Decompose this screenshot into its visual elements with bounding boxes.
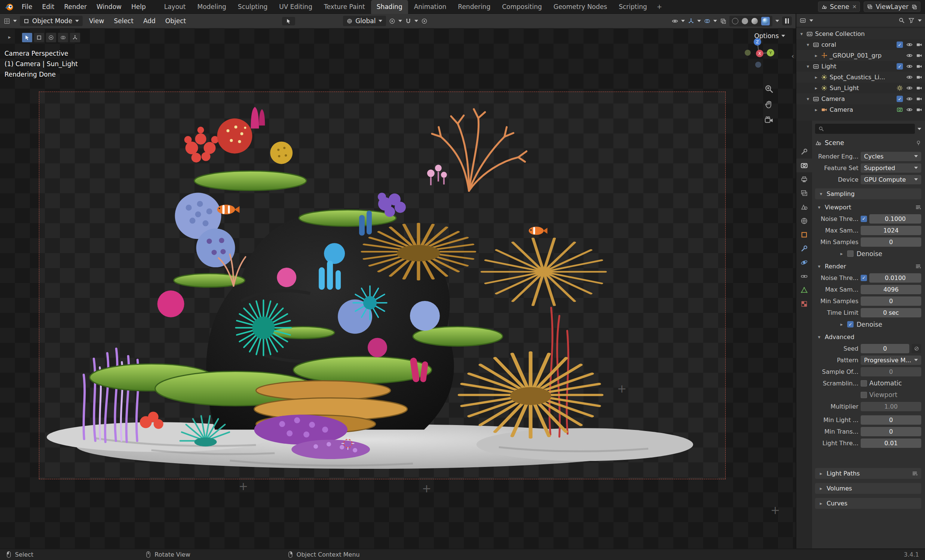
camera-render-camera-icon[interactable] [916, 96, 922, 102]
light-render-camera-icon[interactable] [916, 63, 922, 69]
scrambling-viewport-checkbox[interactable] [861, 392, 867, 398]
r-noise-threshold-checkbox[interactable] [861, 275, 867, 281]
coral-hide-eye-icon[interactable] [906, 42, 913, 48]
tweak-tool-button[interactable] [22, 33, 33, 43]
tab-world-properties[interactable] [796, 214, 812, 228]
cursor-tool-button[interactable] [69, 33, 80, 43]
gizmo-y-axis[interactable]: Y [767, 49, 774, 56]
editor-type-icon[interactable] [4, 18, 10, 24]
tool-settings-expand-icon[interactable]: ▸ [8, 34, 11, 40]
editor-type-caret[interactable] [13, 20, 17, 22]
tab-viewlayer-properties[interactable] [796, 186, 812, 200]
select-circle-tool-button[interactable] [46, 33, 56, 43]
menu-help[interactable]: Help [127, 1, 151, 12]
sun-hide-eye-icon[interactable] [906, 85, 913, 91]
coral-checkbox[interactable] [896, 42, 903, 48]
outliner-filter-icon[interactable] [908, 17, 914, 24]
vp-noise-threshold-field[interactable]: 0.1000 [869, 214, 921, 224]
vp-min-samples-field[interactable]: 0 [861, 237, 921, 247]
pause-render-button[interactable] [782, 17, 792, 26]
xray-icon[interactable] [720, 18, 726, 24]
outliner-row-spot-light[interactable]: ▸ Spot_Caustics_Li... [796, 72, 925, 83]
scene-selector[interactable]: Scene ✕ [818, 2, 860, 12]
feature-set-dropdown[interactable]: Supported [861, 164, 921, 173]
viewport-3d[interactable]: Object Mode View Select Add Object Globa… [0, 14, 795, 548]
tab-compositing[interactable]: Compositing [496, 0, 548, 14]
vp-denoise-checkbox[interactable] [847, 251, 854, 257]
pivot-dropdown[interactable] [389, 18, 402, 24]
add-workspace-button[interactable]: + [653, 0, 666, 14]
outliner-row-camera-collection[interactable]: ▾ Camera [796, 93, 925, 104]
tab-modeling[interactable]: Modeling [192, 0, 232, 14]
sample-offset-field[interactable]: 0 [861, 367, 921, 377]
render-engine-dropdown[interactable]: Cycles [861, 152, 921, 161]
properties-search-input[interactable] [815, 124, 915, 134]
tab-scene-properties[interactable] [796, 200, 812, 214]
tab-constraint-properties[interactable] [796, 269, 812, 283]
tab-sculpting[interactable]: Sculpting [232, 0, 273, 14]
camera-obj-render-camera-icon[interactable] [916, 107, 922, 113]
time-limit-field[interactable]: 0 sec [861, 308, 921, 317]
menu-window[interactable]: Window [92, 1, 126, 12]
camera-data-icon[interactable] [896, 107, 903, 113]
r-denoise-expand-icon[interactable]: ▸ [839, 321, 844, 327]
outliner-row-light-collection[interactable]: ▾ Light [796, 61, 925, 72]
viewlayer-selector[interactable]: ViewLayer [864, 2, 920, 12]
zoom-icon[interactable] [764, 84, 774, 94]
seed-animate-button[interactable] [911, 344, 921, 353]
tab-animation[interactable]: Animation [408, 0, 452, 14]
menu-file[interactable]: File [17, 1, 37, 12]
tab-render-properties[interactable] [796, 159, 812, 172]
navigation-gizmo[interactable]: Z Y X [742, 37, 776, 71]
proportional-editing[interactable] [421, 18, 428, 24]
device-dropdown[interactable]: GPU Compute [861, 175, 921, 184]
seed-field[interactable]: 0 [861, 344, 909, 353]
gizmos-icon[interactable] [688, 18, 694, 24]
snap-controls[interactable] [405, 18, 418, 24]
pattern-dropdown[interactable]: Progressive M... [861, 356, 921, 365]
tab-object-properties[interactable] [796, 228, 812, 242]
sun-data-icon[interactable] [896, 85, 903, 91]
light-threshold-field[interactable]: 0.01 [861, 438, 921, 448]
r-noise-threshold-field[interactable]: 0.0100 [869, 273, 921, 282]
spot-render-camera-icon[interactable] [916, 74, 922, 80]
viewport-subsection-header[interactable]: ▾Viewport [815, 202, 921, 212]
active-tool-button[interactable] [282, 17, 295, 26]
new-viewlayer-icon[interactable] [911, 4, 917, 10]
pan-hand-icon[interactable] [764, 100, 774, 110]
rendered-shading-button[interactable] [761, 17, 770, 26]
advanced-subsection-header[interactable]: ▾Advanced [815, 332, 921, 342]
group-render-camera-icon[interactable] [916, 53, 922, 59]
camera-hide-eye-icon[interactable] [906, 96, 913, 102]
gizmo-x-axis[interactable]: X [756, 50, 764, 57]
outliner-editor-icon[interactable] [800, 17, 806, 24]
tab-rendering[interactable]: Rendering [452, 0, 496, 14]
transform-orientation-dropdown[interactable]: Global [343, 16, 386, 26]
menu-view[interactable]: View [86, 16, 107, 26]
tab-layout[interactable]: Layout [158, 0, 191, 14]
tab-physics-properties[interactable] [796, 255, 812, 269]
render-subsection-header[interactable]: ▾Render [815, 261, 921, 271]
outliner-row-camera-object[interactable]: ▸ Camera [796, 104, 925, 115]
group-hide-eye-icon[interactable] [906, 53, 913, 59]
light-paths-preset-icon[interactable] [911, 470, 918, 477]
tab-uv-editing[interactable]: UV Editing [273, 0, 318, 14]
tab-shading[interactable]: Shading [371, 0, 408, 14]
spot-hide-eye-icon[interactable] [906, 74, 913, 80]
gizmo-z-axis[interactable]: Z [754, 38, 761, 46]
tab-texture-paint[interactable]: Texture Paint [318, 0, 371, 14]
blender-logo-icon[interactable] [5, 2, 14, 12]
tab-data-properties[interactable] [796, 283, 812, 297]
pin-icon[interactable] [916, 140, 921, 146]
multiplier-field[interactable]: 1.00 [861, 402, 921, 411]
material-shading-button[interactable] [752, 18, 758, 24]
show-object-types-eye-icon[interactable] [672, 18, 678, 24]
vp-noise-threshold-checkbox[interactable] [861, 216, 867, 222]
camera-checkbox[interactable] [896, 96, 903, 102]
render-preset-icon[interactable] [915, 263, 921, 270]
solid-shading-button[interactable] [742, 18, 748, 24]
camera-obj-hide-eye-icon[interactable] [906, 107, 913, 113]
r-max-samples-field[interactable]: 4096 [861, 285, 921, 294]
vp-denoise-expand-icon[interactable]: ▸ [839, 251, 844, 257]
outliner-row-scene-collection[interactable]: ▾ Scene Collection [796, 29, 925, 39]
